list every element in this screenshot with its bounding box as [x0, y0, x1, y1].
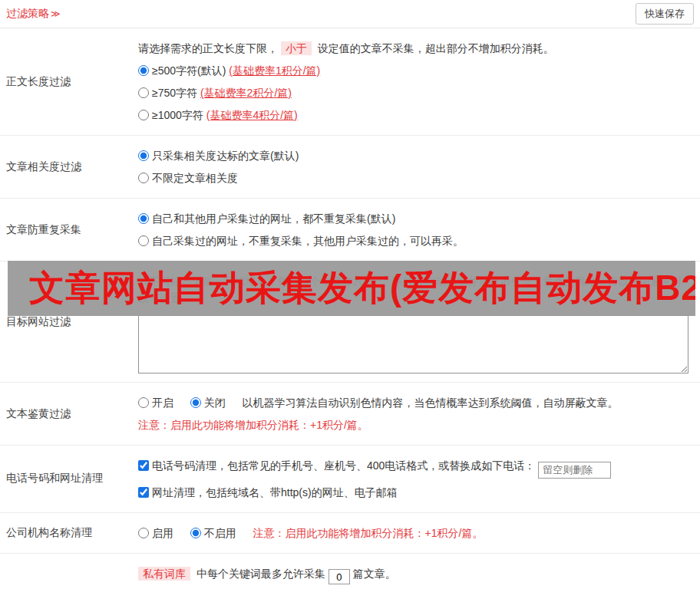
- row-porn-filter: 文本鉴黄过滤 开启 关闭 以机器学习算法自动识别色情内容，当色情概率达到系统阈值…: [0, 383, 700, 446]
- radio-company-on-input[interactable]: [138, 528, 149, 538]
- radio-relevance-any-input[interactable]: [138, 173, 149, 183]
- radio-1000-note: (基础费率4积分/篇): [206, 109, 298, 121]
- body-length-option-1000: ≥1000字符 (基础费率4积分/篇): [138, 107, 692, 123]
- phone-replace-input[interactable]: [538, 462, 611, 479]
- radio-company-off-label: 不启用: [204, 527, 236, 539]
- row-content-body-length: 请选择需求的正文长度下限， 小于 设定值的文章不采集，超出部分不增加积分消耗。 …: [138, 28, 700, 135]
- row-content-dedupe: 自己和其他用户采集过的网址，都不重复采集(默认) 自己采集过的网址，不重复采集，…: [138, 199, 700, 261]
- body-length-intro-pre: 请选择需求的正文长度下限，: [138, 42, 278, 54]
- target-site-textarea[interactable]: [138, 315, 688, 373]
- body-length-intro-post: 设定值的文章不采集，超出部分不增加积分消耗。: [318, 42, 554, 54]
- quick-save-button[interactable]: 快速保存: [636, 3, 694, 25]
- row-label-body-length: 正文长度过滤: [0, 28, 138, 135]
- radio-porn-on-input[interactable]: [138, 397, 149, 408]
- radio-500-chars[interactable]: ≥500字符(默认): [138, 64, 226, 77]
- row-content-porn-filter: 开启 关闭 以机器学习算法自动识别色情内容，当色情概率达到系统阈值，自动屏蔽文章…: [138, 383, 700, 445]
- url-clean-line: 网址清理，包括纯域名、带http(s)的网址、电子邮箱: [138, 484, 692, 501]
- radio-company-off-input[interactable]: [190, 528, 201, 538]
- row-label-porn-filter: 文本鉴黄过滤: [0, 383, 138, 445]
- watermark-text: 文章网站自动采集发布(爱发布自动发布B2B: [8, 265, 695, 312]
- radio-company-on[interactable]: 启用: [138, 527, 173, 539]
- keyword-dedupe-line1: 私有词库 中每个关键词最多允许采集 篇文章。: [138, 565, 692, 585]
- radio-750-input[interactable]: [138, 87, 149, 98]
- body-length-option-500: ≥500字符(默认) (基础费率1积分/篇): [138, 62, 692, 79]
- phone-clean-line: 电话号码清理，包括常见的手机号、座机号、400电话格式，或替换成如下电话：: [138, 457, 692, 479]
- radio-1000-input[interactable]: [138, 110, 149, 120]
- row-content-company-clean: 启用 不启用 注意：启用此功能将增加积分消耗：+1积分/篇。: [138, 513, 700, 553]
- row-keyword-dedupe: 关键词防重复采集 私有词库 中每个关键词最多允许采集 篇文章。 如果留空或设为0…: [0, 554, 700, 589]
- radio-relevance-strict-input[interactable]: [138, 150, 149, 161]
- row-phone-url-clean: 电话号码和网址清理 电话号码清理，包括常见的手机号、座机号、400电话格式，或替…: [0, 446, 700, 513]
- row-label-dedupe: 文章防重复采集: [0, 199, 138, 261]
- body-length-option-750: ≥750字符 (基础费率2积分/篇): [138, 84, 692, 101]
- relevance-option-1: 只采集相关度达标的文章(默认): [138, 147, 692, 164]
- row-content-phone-url-clean: 电话号码清理，包括常见的手机号、座机号、400电话格式，或替换成如下电话： 网址…: [138, 446, 700, 512]
- checkbox-url-clean-input[interactable]: [138, 487, 149, 498]
- radio-500-input[interactable]: [138, 65, 149, 76]
- checkbox-phone-clean-input[interactable]: [138, 460, 149, 471]
- radio-porn-on[interactable]: 开启: [138, 397, 173, 409]
- porn-filter-options: 开启 关闭 以机器学习算法自动识别色情内容，当色情概率达到系统阈值，自动屏蔽文章…: [138, 394, 692, 411]
- dedupe-option-1: 自己和其他用户采集过的网址，都不重复采集(默认): [138, 210, 692, 227]
- company-clean-note: 注意：启用此功能将增加积分消耗：+1积分/篇。: [253, 527, 484, 539]
- row-body-length: 正文长度过滤 请选择需求的正文长度下限， 小于 设定值的文章不采集，超出部分不增…: [0, 28, 700, 136]
- radio-dedupe-self-input[interactable]: [138, 235, 149, 246]
- radio-dedupe-self-label: 自己采集过的网址，不重复采集，其他用户采集过的，可以再采。: [152, 235, 464, 247]
- radio-company-off[interactable]: 不启用: [190, 527, 236, 539]
- radio-750-note: (基础费率2积分/篇): [200, 87, 292, 99]
- radio-500-note: (基础费率1积分/篇): [229, 64, 320, 77]
- row-dedupe: 文章防重复采集 自己和其他用户采集过的网址，都不重复采集(默认) 自己采集过的网…: [0, 199, 700, 262]
- body-length-intro: 请选择需求的正文长度下限， 小于 设定值的文章不采集，超出部分不增加积分消耗。: [138, 40, 692, 57]
- page-title-text: 过滤策略: [6, 7, 49, 19]
- porn-filter-description: 以机器学习算法自动识别色情内容，当色情概率达到系统阈值，自动屏蔽文章。: [243, 397, 619, 409]
- row-company-clean: 公司机构名称清理 启用 不启用 注意：启用此功能将增加积分消耗：+1积分/篇。: [0, 513, 700, 554]
- row-relevance: 文章相关度过滤 只采集相关度达标的文章(默认) 不限定文章相关度: [0, 136, 700, 199]
- row-label-phone-url-clean: 电话号码和网址清理: [0, 446, 138, 512]
- body-length-intro-tag: 小于: [281, 41, 312, 55]
- company-clean-options: 启用 不启用 注意：启用此功能将增加积分消耗：+1积分/篇。: [138, 525, 692, 541]
- checkbox-phone-clean-label: 电话号码清理，包括常见的手机号、座机号、400电话格式，或替换成如下电话：: [152, 459, 535, 472]
- radio-dedupe-self[interactable]: 自己采集过的网址，不重复采集，其他用户采集过的，可以再采。: [138, 235, 464, 247]
- radio-1000-chars[interactable]: ≥1000字符: [138, 109, 203, 121]
- checkbox-url-clean-label: 网址清理，包括纯域名、带http(s)的网址、电子邮箱: [152, 486, 398, 499]
- private-thesaurus-tag: 私有词库: [138, 567, 190, 581]
- keyword-dedupe-line1-mid: 中每个关键词最多允许采集: [196, 568, 325, 580]
- relevance-option-2: 不限定文章相关度: [138, 169, 692, 186]
- keyword-dedupe-line1-end: 篇文章。: [353, 568, 396, 580]
- radio-relevance-any-label: 不限定文章相关度: [152, 172, 238, 184]
- row-label-keyword-dedupe: 关键词防重复采集: [0, 554, 138, 589]
- porn-filter-note: 注意：启用此功能将增加积分消耗：+1积分/篇。: [138, 416, 692, 433]
- header-bar: 过滤策略≫ 快速保存: [0, 0, 700, 28]
- row-label-company-clean: 公司机构名称清理: [0, 513, 138, 553]
- radio-dedupe-all[interactable]: 自己和其他用户采集过的网址，都不重复采集(默认): [138, 212, 395, 225]
- checkbox-phone-clean[interactable]: 电话号码清理，包括常见的手机号、座机号、400电话格式，或替换成如下电话：: [138, 459, 535, 472]
- checkbox-url-clean[interactable]: 网址清理，包括纯域名、带http(s)的网址、电子邮箱: [138, 486, 398, 499]
- radio-relevance-any[interactable]: 不限定文章相关度: [138, 172, 238, 184]
- radio-porn-off[interactable]: 关闭: [190, 397, 226, 409]
- radio-500-label: ≥500字符(默认): [152, 64, 226, 77]
- radio-1000-label: ≥1000字符: [152, 109, 203, 121]
- radio-dedupe-all-label: 自己和其他用户采集过的网址，都不重复采集(默认): [152, 212, 395, 225]
- radio-relevance-strict-label: 只采集相关度达标的文章(默认): [152, 150, 299, 162]
- page-title[interactable]: 过滤策略≫: [6, 7, 61, 21]
- radio-porn-off-input[interactable]: [190, 397, 201, 408]
- watermark-overlay: 文章网站自动采集发布(爱发布自动发布B2B: [8, 261, 695, 316]
- radio-750-label: ≥750字符: [152, 87, 197, 99]
- radio-porn-on-label: 开启: [152, 397, 173, 409]
- keyword-count-input[interactable]: [329, 569, 350, 584]
- radio-dedupe-all-input[interactable]: [138, 213, 149, 224]
- radio-relevance-strict[interactable]: 只采集相关度达标的文章(默认): [138, 150, 299, 162]
- chevron-down-icon: ≫: [51, 8, 61, 19]
- row-content-keyword-dedupe: 私有词库 中每个关键词最多允许采集 篇文章。 如果留空或设为0，则不限篇数。 如…: [138, 554, 700, 589]
- dedupe-option-2: 自己采集过的网址，不重复采集，其他用户采集过的，可以再采。: [138, 232, 692, 249]
- radio-750-chars[interactable]: ≥750字符: [138, 87, 197, 99]
- row-content-relevance: 只采集相关度达标的文章(默认) 不限定文章相关度: [138, 136, 700, 198]
- radio-porn-off-label: 关闭: [204, 397, 226, 409]
- radio-company-on-label: 启用: [152, 527, 173, 539]
- row-label-relevance: 文章相关度过滤: [0, 136, 138, 198]
